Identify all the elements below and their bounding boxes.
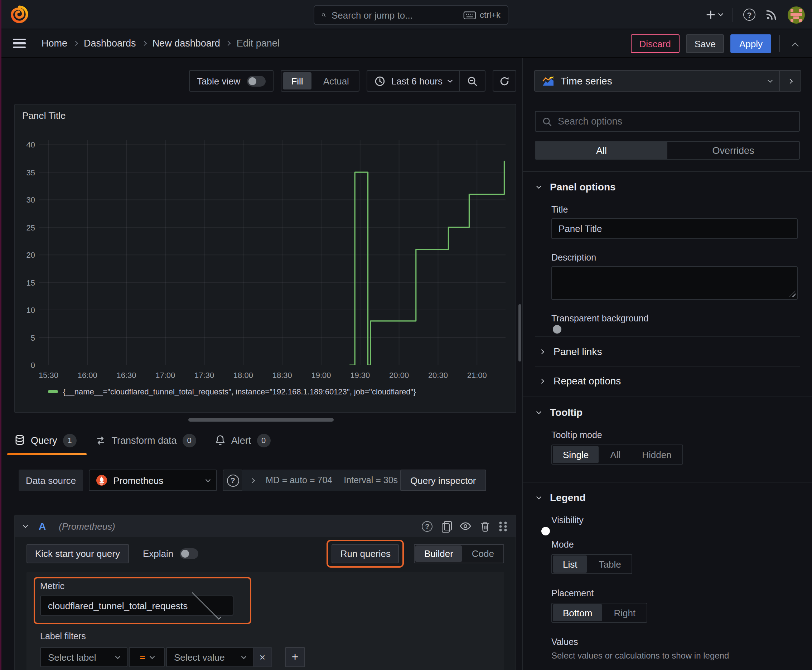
help-button[interactable] xyxy=(743,8,755,21)
breadcrumb-home[interactable]: Home xyxy=(42,38,67,49)
refresh-button[interactable] xyxy=(493,70,516,91)
tab-overrides[interactable]: Overrides xyxy=(667,142,799,159)
fill-option[interactable]: Fill xyxy=(283,72,312,90)
select-label-dropdown[interactable]: Select label xyxy=(40,647,127,667)
datasource-row: Data source Prometheus MD = auto = 704 I… xyxy=(0,470,522,491)
news-button[interactable] xyxy=(765,8,778,21)
grafana-logo-icon[interactable] xyxy=(10,5,29,24)
expand-options-button[interactable] xyxy=(779,70,801,91)
copy-icon xyxy=(442,521,450,531)
select-value-dropdown[interactable]: Select value xyxy=(166,647,253,667)
panel-title[interactable]: Panel Title xyxy=(22,110,66,121)
panel-preview: Panel Title 0510152025303540 15:3016:001… xyxy=(14,104,516,413)
legend-mode-segmented: List Table xyxy=(551,554,632,574)
select-label-placeholder: Select label xyxy=(48,652,110,663)
remove-filter-button[interactable]: × xyxy=(253,647,272,667)
tooltip-hidden-option[interactable]: Hidden xyxy=(632,446,681,463)
duplicate-query-button[interactable] xyxy=(442,521,450,531)
pane-resize-handle[interactable] xyxy=(188,418,334,421)
time-range-label: Last 6 hours xyxy=(391,76,442,86)
tab-transform-data[interactable]: Transform data 0 xyxy=(95,431,196,449)
builder-option[interactable]: Builder xyxy=(416,545,462,562)
legend-placement-right-option[interactable]: Right xyxy=(603,604,646,621)
zoom-out-button[interactable] xyxy=(459,71,485,91)
help-icon xyxy=(743,8,755,21)
legend-mode-list-option[interactable]: List xyxy=(553,555,587,573)
tooltip-section-header[interactable]: Tooltip xyxy=(523,397,812,418)
tab-query-label: Query xyxy=(31,435,57,446)
tooltip-all-option[interactable]: All xyxy=(600,446,631,463)
refresh-icon xyxy=(499,76,510,86)
query-help-button[interactable] xyxy=(422,521,432,531)
tooltip-single-option[interactable]: Single xyxy=(553,446,598,463)
breadcrumb: Home Dashboards New dashboard Edit panel xyxy=(42,38,280,49)
delete-query-button[interactable] xyxy=(480,521,490,531)
avatar-pixels xyxy=(790,9,793,12)
legend-item[interactable]: {__name__="cloudflared_tunnel_total_requ… xyxy=(48,387,416,396)
chevron-up-icon xyxy=(791,42,798,49)
panel-links-section[interactable]: Panel links xyxy=(523,337,812,366)
kickstart-button[interactable]: Kick start your query xyxy=(27,544,129,563)
tab-alert[interactable]: Alert 0 xyxy=(215,431,271,449)
query-options-strip[interactable]: MD = auto = 704 Interval = 30s xyxy=(242,470,408,491)
active-tab-underline xyxy=(7,453,86,455)
global-search-input[interactable] xyxy=(332,10,458,20)
add-menu-button[interactable] xyxy=(705,9,722,20)
legend-mode-table-option[interactable]: Table xyxy=(588,555,631,573)
options-search-input[interactable] xyxy=(558,116,793,127)
run-queries-button[interactable]: Run queries xyxy=(332,544,399,563)
window-edge xyxy=(0,0,2,670)
datasource-help-button[interactable] xyxy=(223,470,243,491)
tooltip-mode-segmented: Single All Hidden xyxy=(551,445,683,465)
visualization-picker-row: Time series xyxy=(534,70,801,91)
user-avatar[interactable] xyxy=(788,6,805,23)
chevron-right-icon xyxy=(73,41,78,46)
toggle-visibility-button[interactable] xyxy=(460,522,471,530)
operator-dropdown[interactable]: = xyxy=(129,647,165,667)
tab-all[interactable]: All xyxy=(536,142,667,159)
apply-button[interactable]: Apply xyxy=(731,34,771,53)
actual-option[interactable]: Actual xyxy=(315,72,358,90)
panel-title-input[interactable] xyxy=(551,218,798,239)
visualization-picker[interactable]: Time series xyxy=(534,70,779,91)
interval-stat: Interval = 30s xyxy=(344,475,398,485)
chevron-right-icon xyxy=(142,41,147,46)
global-search[interactable]: ctrl+k xyxy=(314,5,509,25)
tab-query[interactable]: Query 1 xyxy=(14,431,76,449)
chevron-right-icon xyxy=(539,378,544,383)
code-option[interactable]: Code xyxy=(463,545,503,562)
datasource-picker[interactable]: Prometheus xyxy=(89,470,217,491)
tab-transform-badge: 0 xyxy=(183,433,196,447)
query-row-header[interactable]: A (Prometheus) xyxy=(15,515,515,537)
panel-options-section-header[interactable]: Panel options xyxy=(523,172,812,193)
legend-placement-bottom-option[interactable]: Bottom xyxy=(553,604,602,621)
explain-toggle[interactable] xyxy=(180,548,198,559)
menu-toggle-button[interactable] xyxy=(13,39,26,48)
breadcrumb-new-dashboard[interactable]: New dashboard xyxy=(153,38,220,49)
repeat-options-section[interactable]: Repeat options xyxy=(523,367,812,395)
database-icon xyxy=(14,435,25,446)
chevron-down-icon xyxy=(536,494,541,499)
datasource-label: Data source xyxy=(19,470,83,491)
drag-handle[interactable] xyxy=(499,521,507,531)
save-button[interactable]: Save xyxy=(686,34,724,53)
chevron-right-icon xyxy=(539,349,544,354)
query-inspector-button[interactable]: Query inspector xyxy=(400,470,486,491)
options-search[interactable] xyxy=(535,111,800,132)
breadcrumb-dashboards[interactable]: Dashboards xyxy=(84,38,136,49)
collapse-header-button[interactable] xyxy=(786,34,804,53)
main-scrollbar-thumb[interactable] xyxy=(519,304,521,362)
table-view-toggle[interactable] xyxy=(247,76,265,86)
breadcrumb-bar: Home Dashboards New dashboard Edit panel… xyxy=(0,29,812,58)
discard-button[interactable]: Discard xyxy=(631,34,680,53)
legend-section-header[interactable]: Legend xyxy=(523,482,812,503)
add-filter-button[interactable]: + xyxy=(285,647,305,667)
chevron-right-icon xyxy=(250,478,255,483)
time-range-button[interactable]: Last 6 hours xyxy=(368,76,459,86)
panel-description-textarea[interactable] xyxy=(551,266,798,300)
shortcut-hint: ctrl+k xyxy=(463,10,500,20)
chevron-down-icon xyxy=(718,11,723,16)
query-ref-id: A xyxy=(39,520,46,532)
metric-select[interactable]: cloudflared_tunnel_total_requests xyxy=(40,596,234,616)
tab-alert-badge: 0 xyxy=(257,433,270,447)
